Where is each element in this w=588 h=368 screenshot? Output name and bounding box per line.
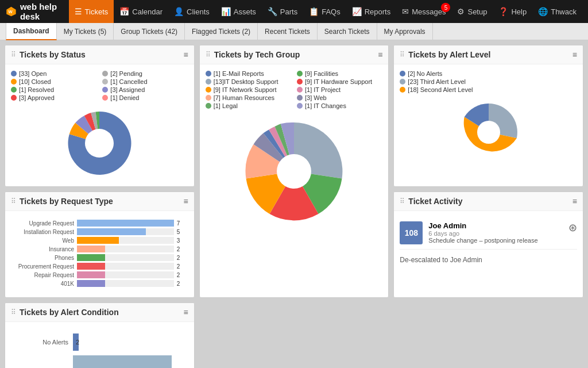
widget-title-area-status: ⠿ Tickets by Status: [11, 50, 86, 59]
drag-handle-status[interactable]: ⠿: [11, 51, 16, 59]
legend-dot-denied: [102, 95, 108, 101]
dot: [400, 71, 405, 76]
svg-point-4: [477, 121, 500, 144]
activity-expand[interactable]: ⊛: [568, 221, 577, 244]
widget-title-activity: Ticket Activity: [408, 197, 462, 206]
widget-menu-condition[interactable]: ≡: [183, 308, 188, 317]
widget-menu-tech[interactable]: ≡: [378, 50, 382, 59]
nav-clients[interactable]: 👤 Clients: [168, 0, 215, 23]
activity-detail: Schedule change – postponing release: [428, 237, 563, 244]
subnav-my-approvals[interactable]: My Approvals: [377, 23, 433, 40]
dot: [297, 95, 303, 101]
widget-menu-activity[interactable]: ≡: [572, 197, 577, 206]
bar-label: Web: [11, 237, 74, 244]
widget-body-request: Upgrade Request 7 Installation Request 5…: [5, 211, 194, 297]
bar-value: 2: [177, 263, 188, 270]
drag-handle-request[interactable]: ⠿: [11, 197, 16, 205]
legend-item: [3] Approved: [11, 94, 96, 101]
widget-header-alert: ⠿ Tickets by Alert Level ≡: [394, 45, 583, 64]
subnav-dashboard[interactable]: Dashboard: [6, 23, 57, 40]
subnav-my-tickets[interactable]: My Tickets (5): [57, 23, 114, 40]
legend-item: [18] Second Alert Level: [400, 86, 577, 93]
drag-handle-alert[interactable]: ⠿: [400, 51, 405, 59]
legend-item: [1] IT Changes: [297, 102, 382, 109]
thwack-icon: 🌐: [538, 7, 548, 16]
drag-handle-condition[interactable]: ⠿: [11, 308, 16, 316]
widget-title-condition: Tickets by Alert Condition: [20, 308, 119, 317]
nav-help[interactable]: ❓ Help: [493, 0, 532, 23]
faqs-icon: 📋: [309, 7, 319, 16]
bar-fill: [77, 237, 119, 244]
widget-header-request: ⠿ Tickets by Request Type ≡: [5, 192, 194, 211]
bar-value: 7: [177, 220, 188, 227]
legend-item: [10] Closed: [11, 78, 96, 85]
bar-row: Repair Request 2: [11, 271, 188, 278]
legend-item: [9] IT Network Support: [206, 86, 291, 93]
svg-point-3: [277, 154, 311, 189]
bar-fill: [77, 254, 105, 261]
widget-body-tech: [1] E-Mail Reports [9] Facilities [13]IT…: [200, 64, 389, 235]
widget-menu-request[interactable]: ≡: [183, 197, 188, 206]
subnav-search-tickets[interactable]: Search Tickets: [318, 23, 377, 40]
assets-icon: 📊: [221, 7, 231, 16]
main-nav: ☰ Tickets 📅 Calendar 👤 Clients 📊 Assets …: [69, 0, 582, 23]
nav-thwack[interactable]: 🌐 Thwack: [532, 0, 582, 23]
bar-label: 401K: [11, 281, 74, 287]
hbar-val: 2: [76, 339, 79, 346]
nav-messages[interactable]: ✉ Messages 5: [396, 0, 451, 23]
bar-track: [77, 263, 174, 270]
dot: [400, 87, 405, 93]
pie-chart-alert: [400, 98, 577, 167]
legend-item: [2] Pending: [102, 70, 188, 77]
bar-value: 2: [177, 255, 188, 261]
parts-icon: 🔧: [268, 7, 277, 16]
widget-menu-status[interactable]: ≡: [183, 50, 188, 59]
setup-icon: ⚙: [457, 7, 465, 16]
ticket-number[interactable]: 108: [400, 221, 423, 244]
widget-tickets-by-request: ⠿ Tickets by Request Type ≡ Upgrade Requ…: [5, 191, 195, 298]
widget-body-alert: [2] No Alerts [23] Third Alert Level [18…: [394, 64, 583, 172]
widget-menu-alert[interactable]: ≡: [572, 50, 577, 59]
dot: [400, 79, 405, 85]
legend-item: [2] No Alerts: [400, 70, 577, 77]
hbar-row: No Alerts 2: [17, 331, 183, 354]
nav-assets[interactable]: 📊 Assets: [215, 0, 262, 23]
widget-title-area-condition: ⠿ Tickets by Alert Condition: [11, 308, 119, 317]
dot: [206, 71, 211, 76]
nav-calendar[interactable]: 📅 Calendar: [114, 0, 168, 23]
legend-dot-closed: [11, 79, 17, 85]
nav-setup[interactable]: ⚙ Setup: [451, 0, 493, 23]
nav-reports[interactable]: 📈 Reports: [346, 0, 397, 23]
nav-tickets[interactable]: ☰ Tickets: [69, 0, 114, 23]
dashboard: ⠿ Tickets by Status ≡ [33] Open [2] Pend…: [0, 40, 588, 368]
widget-title-area-alert: ⠿ Tickets by Alert Level: [400, 50, 490, 59]
nav-parts[interactable]: 🔧 Parts: [262, 0, 303, 23]
activity-item: 108 Joe Admin 6 days ago Schedule change…: [400, 217, 577, 250]
bar-label: Upgrade Request: [11, 220, 74, 227]
widget-title-tech: Tickets by Tech Group: [214, 50, 300, 59]
legend-item: [3] Assigned: [102, 86, 188, 93]
subnav-flagged-tickets[interactable]: Flagged Tickets (2): [185, 23, 258, 40]
bar-label: Repair Request: [11, 272, 74, 278]
widget-body-activity: 108 Joe Admin 6 days ago Schedule change…: [394, 211, 583, 270]
legend-alert: [2] No Alerts [23] Third Alert Level [18…: [400, 70, 577, 93]
widget-header-status: ⠿ Tickets by Status ≡: [5, 45, 194, 64]
widget-tickets-by-tech: ⠿ Tickets by Tech Group ≡ [1] E-Mail Rep…: [199, 45, 389, 298]
drag-handle-activity[interactable]: ⠿: [400, 197, 405, 205]
widget-header-condition: ⠿ Tickets by Alert Condition ≡: [5, 303, 194, 322]
subnav-group-tickets[interactable]: Group Tickets (42): [114, 23, 185, 40]
activity-content: Joe Admin 6 days ago Schedule change – p…: [428, 221, 563, 244]
widget-tickets-by-alert: ⠿ Tickets by Alert Level ≡ [2] No Alerts…: [393, 45, 583, 187]
svg-point-2: [85, 129, 114, 158]
hbar-track: 2: [73, 331, 183, 354]
dot: [206, 95, 211, 101]
hbar-row: Not Completed 41: [17, 359, 183, 368]
help-icon: ❓: [498, 7, 508, 16]
drag-handle-tech[interactable]: ⠿: [206, 51, 211, 59]
dot: [206, 87, 211, 93]
nav-faqs[interactable]: 📋 FAQs: [303, 0, 346, 23]
widget-tickets-by-condition: ⠿ Tickets by Alert Condition ≡ No Alerts…: [5, 302, 195, 368]
widget-body-condition: No Alerts 2 Not Completed 41: [5, 322, 194, 368]
subnav-recent-tickets[interactable]: Recent Tickets: [258, 23, 318, 40]
legend-dot-resolved: [11, 87, 17, 93]
